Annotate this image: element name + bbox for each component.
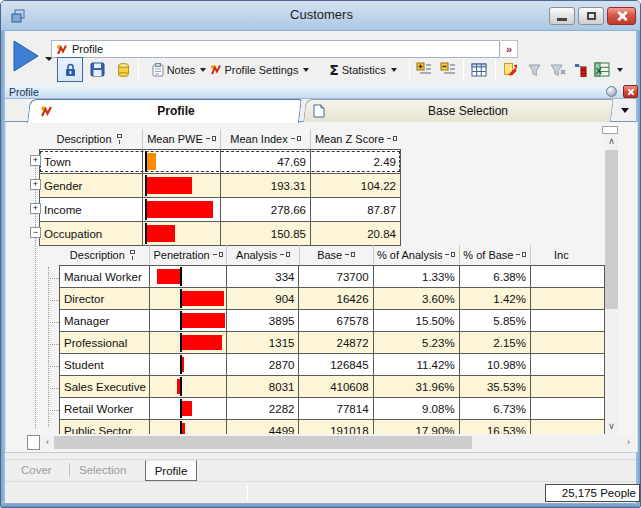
- cell-pct-of-base[interactable]: 35.53%: [460, 376, 531, 397]
- occupation-row-professional[interactable]: Professional1315248725.23%2.15%: [59, 332, 605, 354]
- cell-pct-of-analysis[interactable]: 11.42%: [374, 354, 460, 375]
- cell-description[interactable]: Student: [59, 354, 150, 375]
- expand-toggle-occupation[interactable]: −: [30, 227, 41, 238]
- tab-profile[interactable]: Profile: [27, 99, 299, 122]
- cell-mean-index[interactable]: 193.31: [221, 174, 311, 197]
- profile-row-income[interactable]: Income278.6687.87: [39, 198, 401, 222]
- cell-pct-of-analysis[interactable]: 17.90%: [374, 420, 460, 434]
- cell-pct-of-analysis[interactable]: 3.60%: [374, 288, 460, 309]
- scrollbar-corner-box[interactable]: [602, 126, 618, 134]
- occupation-row-student[interactable]: Student287012684511.42%10.98%: [59, 354, 605, 376]
- cell-pct-of-base[interactable]: 1.42%: [460, 288, 531, 309]
- column-header-of-analysis[interactable]: % of Analysis: [374, 245, 460, 265]
- tab-list-dropdown[interactable]: [621, 108, 629, 113]
- cell-pct-of-base[interactable]: 6.38%: [460, 266, 531, 287]
- column-header-mean-z-score[interactable]: Mean Z Score: [311, 129, 401, 149]
- cell-mean-z-score[interactable]: 20.84: [311, 222, 401, 245]
- database-button[interactable]: [111, 57, 135, 82]
- cell-mean-pwe-bar[interactable]: [143, 222, 221, 245]
- save-button[interactable]: [85, 57, 109, 82]
- cell-penetration-bar[interactable]: [150, 266, 227, 287]
- pin-panel-icon[interactable]: [606, 86, 617, 97]
- cell-penetration-bar[interactable]: [150, 354, 227, 375]
- cell-base[interactable]: 73700: [299, 266, 373, 287]
- bottom-tab-cover[interactable]: Cover: [21, 464, 52, 476]
- cell-base[interactable]: 191018: [299, 420, 373, 434]
- horizontal-scrollbar[interactable]: ‹ ›: [41, 435, 635, 450]
- run-button[interactable]: [11, 37, 45, 75]
- column-header-inc[interactable]: Inc: [531, 245, 605, 265]
- filter-button[interactable]: [523, 57, 545, 82]
- cell-analysis[interactable]: 1315: [227, 332, 299, 353]
- column-header-mean-index[interactable]: Mean Index: [221, 129, 311, 149]
- cell-penetration-bar[interactable]: [150, 420, 227, 434]
- cell-mean-z-score[interactable]: 2.49: [311, 150, 401, 173]
- cell-pct-of-analysis[interactable]: 31.96%: [374, 376, 460, 397]
- scroll-left-arrow[interactable]: ‹: [41, 438, 54, 447]
- clear-filter-button[interactable]: [547, 57, 569, 82]
- cell-index[interactable]: [531, 332, 605, 353]
- cell-analysis[interactable]: 4499: [227, 420, 299, 434]
- cell-pct-of-base[interactable]: 2.15%: [460, 332, 531, 353]
- cell-index[interactable]: [531, 310, 605, 331]
- cell-description[interactable]: Occupation: [39, 222, 143, 245]
- cell-pct-of-analysis[interactable]: 15.50%: [374, 310, 460, 331]
- occupation-row-retail-worker[interactable]: Retail Worker2282778149.08%6.73%: [59, 398, 605, 420]
- wizard-button[interactable]: [499, 57, 521, 82]
- cell-description[interactable]: Director: [59, 288, 150, 309]
- scroll-right-arrow[interactable]: ›: [622, 438, 635, 447]
- cell-base[interactable]: 77814: [299, 398, 373, 419]
- cell-index[interactable]: [531, 376, 605, 397]
- expand-toggle-gender[interactable]: +: [30, 179, 41, 190]
- excel-dropdown-caret[interactable]: [617, 68, 623, 72]
- cell-analysis[interactable]: 904: [227, 288, 299, 309]
- expand-selector-button[interactable]: »: [501, 40, 518, 58]
- cell-mean-index[interactable]: 47.69: [221, 150, 311, 173]
- splitter-box[interactable]: [27, 435, 40, 450]
- column-header-base[interactable]: Base: [300, 245, 374, 265]
- cell-penetration-bar[interactable]: [150, 310, 227, 331]
- cell-base[interactable]: 24872: [299, 332, 373, 353]
- bottom-tab-selection[interactable]: Selection: [79, 464, 126, 476]
- cell-index[interactable]: [531, 288, 605, 309]
- column-header-description[interactable]: Description: [59, 245, 150, 265]
- expand-toggle-town[interactable]: +: [30, 155, 41, 166]
- cell-mean-pwe-bar[interactable]: [143, 174, 221, 197]
- cell-index[interactable]: [531, 266, 605, 287]
- cell-penetration-bar[interactable]: [150, 332, 227, 353]
- lock-button[interactable]: [57, 57, 83, 82]
- cell-mean-pwe-bar[interactable]: [143, 150, 221, 173]
- cell-pct-of-analysis[interactable]: 1.33%: [374, 266, 460, 287]
- cell-description[interactable]: Public Sector: [59, 420, 150, 434]
- cell-base[interactable]: 67578: [299, 310, 373, 331]
- cell-mean-index[interactable]: 278.66: [221, 198, 311, 221]
- cell-analysis[interactable]: 8031: [227, 376, 299, 397]
- column-header-penetration[interactable]: Penetration: [150, 245, 228, 265]
- cell-index[interactable]: [531, 420, 605, 434]
- cell-pct-of-base[interactable]: 10.98%: [460, 354, 531, 375]
- occupation-row-director[interactable]: Director904164263.60%1.42%: [59, 288, 605, 310]
- cell-description[interactable]: Income: [39, 198, 143, 221]
- cell-pct-of-analysis[interactable]: 5.23%: [374, 332, 460, 353]
- column-header-of-base[interactable]: % of Base: [460, 245, 531, 265]
- tab-base-selection[interactable]: Base Selection: [303, 99, 611, 122]
- scroll-up-arrow[interactable]: ∧: [605, 137, 618, 146]
- table-view-button[interactable]: [467, 57, 491, 82]
- selection-combobox[interactable]: Profile: [51, 40, 500, 58]
- profile-row-town[interactable]: Town47.692.49: [39, 150, 401, 174]
- cell-mean-z-score[interactable]: 104.22: [311, 174, 401, 197]
- occupation-row-manager[interactable]: Manager38956757815.50%5.85%: [59, 310, 605, 332]
- column-header-description[interactable]: Description: [39, 129, 143, 149]
- cell-mean-index[interactable]: 150.85: [221, 222, 311, 245]
- cell-description[interactable]: Gender: [39, 174, 143, 197]
- minimize-button[interactable]: [549, 7, 575, 25]
- cell-penetration-bar[interactable]: [150, 398, 227, 419]
- cell-analysis[interactable]: 2282: [227, 398, 299, 419]
- column-header-analysis[interactable]: Analysis: [227, 245, 299, 265]
- horizontal-scrollbar-thumb[interactable]: [54, 436, 472, 449]
- cell-analysis[interactable]: 3895: [227, 310, 299, 331]
- occupation-row-sales-executive[interactable]: Sales Executive803141060831.96%35.53%: [59, 376, 605, 398]
- cell-mean-z-score[interactable]: 87.87: [311, 198, 401, 221]
- close-button[interactable]: [607, 7, 636, 25]
- cell-index[interactable]: [531, 398, 605, 419]
